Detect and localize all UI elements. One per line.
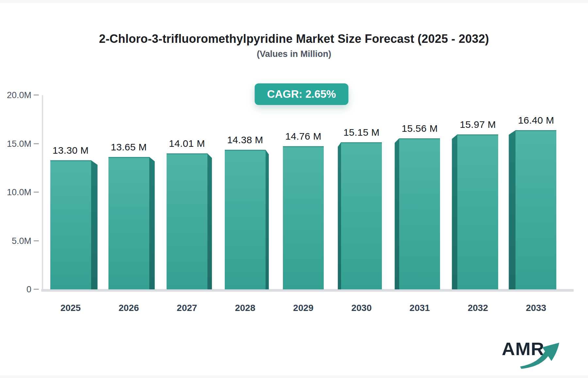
- bar-3d-side: [149, 157, 155, 289]
- bar-3d-side: [395, 138, 399, 289]
- x-tick-label: 2027: [157, 301, 216, 315]
- trend-up-arrow-icon: [490, 334, 575, 370]
- amr-logo: AMR: [490, 334, 575, 370]
- bar: [283, 146, 324, 289]
- bar-chart-plot-area: 05.0M10.0M15.0M20.0M13.30 M202513.65 M20…: [0, 0, 588, 378]
- y-tick-label: 15.0M: [0, 137, 31, 150]
- bar: [399, 138, 440, 289]
- y-axis-line: [42, 95, 43, 289]
- x-tick-label: 2033: [507, 301, 565, 315]
- x-tick-label: 2025: [41, 301, 100, 315]
- x-tick-label: 2031: [390, 301, 449, 315]
- bar-3d-side: [338, 142, 341, 289]
- x-tick-label: 2030: [332, 301, 391, 315]
- bar: [341, 142, 382, 289]
- bar-3d-side: [266, 150, 269, 289]
- bar: [108, 157, 149, 289]
- bar: [457, 134, 498, 289]
- x-axis-baseline: [41, 289, 574, 292]
- x-tick-label: 2026: [99, 301, 158, 315]
- y-tick-mark: [34, 289, 39, 290]
- bar-3d-side: [452, 134, 457, 289]
- bar: [225, 150, 266, 289]
- bar: [167, 153, 207, 289]
- bar: [515, 130, 556, 289]
- y-tick-mark: [34, 240, 39, 241]
- bar-value-label: 16.40 M: [497, 114, 575, 127]
- y-tick-label: 0: [0, 283, 31, 296]
- x-tick-label: 2028: [216, 301, 274, 315]
- bar: [50, 160, 91, 289]
- x-tick-label: 2029: [274, 301, 333, 315]
- y-tick-mark: [34, 94, 39, 95]
- bar-3d-side: [91, 160, 98, 289]
- x-tick-label: 2032: [449, 301, 507, 315]
- y-tick-label: 5.0M: [0, 234, 31, 248]
- y-tick-label: 20.0M: [0, 89, 31, 102]
- bar-3d-side: [207, 153, 212, 289]
- y-tick-mark: [34, 192, 39, 193]
- y-tick-label: 10.0M: [0, 186, 31, 199]
- bar-3d-side: [509, 130, 515, 289]
